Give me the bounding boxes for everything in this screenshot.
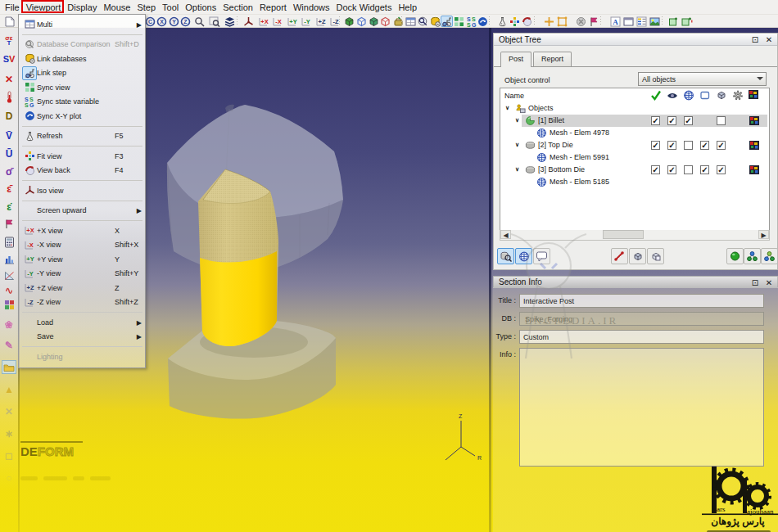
flower-tool-icon[interactable]: ❀ [2,318,16,331]
tab-post[interactable]: Post [500,52,531,67]
section-info-titlebar[interactable]: Section Info ⊡ ✕ [493,276,778,288]
zoom-icon[interactable] [193,16,206,27]
menubar-item-help[interactable]: Help [395,1,420,14]
close-tool-icon[interactable]: ✕ [2,404,16,418]
cube-b-button[interactable] [647,248,664,264]
sync-view-icon[interactable] [453,16,465,27]
strain-icon[interactable]: ε̄ [2,182,16,196]
mesh-view-button[interactable] [515,248,532,264]
calculator-icon[interactable] [2,235,16,249]
meshglobe-column-icon[interactable] [683,90,694,101]
wireframe-object-icon[interactable] [355,16,368,27]
eye-column-icon[interactable] [667,90,678,101]
close-panel-button[interactable]: ✕ [764,34,774,45]
database-comparison-icon[interactable] [417,16,429,27]
menu-item-+z-view[interactable]: +Z +Z view Z [20,281,144,295]
dot-tool-icon[interactable]: ○ [2,471,16,485]
menu-item--x-view[interactable]: -X -X view Shift+X [20,238,144,253]
triangle-graph-icon[interactable] [2,268,16,282]
iso-view-icon[interactable] [242,16,255,27]
no-tool-icon[interactable] [575,16,587,27]
folder-tool-icon[interactable] [2,360,16,374]
menu-item-load[interactable]: Load ▶ [20,315,144,330]
shaded-edges-icon[interactable] [368,16,380,27]
object-thumbnail[interactable] [749,116,759,125]
add-objects-icon[interactable] [681,16,693,27]
menubar-item-viewport[interactable]: Viewport [23,1,65,14]
layers-icon[interactable] [224,16,236,27]
menubar-item-windows[interactable]: Windows [290,1,333,14]
tree-row-mesh-elem-4978[interactable]: Mesh - Elem 4978 [500,127,769,139]
rotate-free-icon[interactable]: C [144,16,156,27]
minus-y-view-icon[interactable]: -Y [300,16,312,27]
gear-tool-icon[interactable]: ∗ [2,426,16,440]
zoom-window-icon[interactable] [208,16,220,27]
tree-row-objects[interactable]: ∨Objects [500,102,769,115]
menu-item-sync-x-y-plot[interactable]: Sync X-Y plot [20,109,144,124]
export-object-icon[interactable] [392,16,405,27]
dock-splitter[interactable] [489,27,491,532]
menu-item-iso-view[interactable]: Iso view [20,183,144,198]
scrollbar-thumb[interactable] [603,230,644,239]
boxoutline-column-icon[interactable] [699,90,711,101]
menu-item-+y-view[interactable]: +Y +Y view Y [20,252,144,267]
menu-item-screen-upward[interactable]: Screen upward ▶ [20,204,144,219]
expander-icon[interactable]: ∨ [515,166,522,173]
menubar-item-file[interactable]: File [2,1,23,14]
triangle-tool-icon[interactable]: ▲ [2,382,16,396]
visibility-checkbox-meshglobe[interactable] [684,165,693,174]
visibility-checkbox-check[interactable]: ✓ [651,165,660,174]
menu-item-lighting[interactable]: Lighting [20,349,144,364]
menu-item--z-view[interactable]: -Z -Z view Shift+Z [20,295,144,310]
transparent-object-icon[interactable] [379,16,391,27]
molecule-a-button[interactable] [744,248,761,264]
object-control-combobox[interactable]: All objects [638,72,767,86]
box-tool-icon[interactable]: ◻ [2,449,16,462]
cubes-column-icon[interactable] [716,90,727,101]
molecule-b-button[interactable] [761,248,778,264]
displacement-icon[interactable]: Ū [2,147,16,160]
float-panel-button[interactable]: ⊡ [750,277,760,288]
cube-a-button[interactable] [629,248,646,264]
damage-icon[interactable]: D [2,109,16,123]
tree-horizontal-scrollbar[interactable]: ◀ ▶ [500,230,770,241]
menubar-item-report[interactable]: Report [256,1,290,14]
velocity-icon[interactable]: V̄ [2,128,16,142]
menu-item-multi[interactable]: Multi ▶ [20,17,144,32]
visibility-checkbox-eye[interactable]: ✓ [667,141,676,150]
object-thumbnail[interactable] [749,141,759,150]
window-tool-icon[interactable] [622,16,635,27]
menubar-item-section[interactable]: Section [219,1,256,14]
visibility-checkbox-meshglobe[interactable]: ✓ [684,116,693,125]
thermometer-icon[interactable] [2,90,16,104]
visibility-checkbox-cubes[interactable]: ✓ [717,141,726,150]
pixel-map-icon[interactable] [2,298,16,312]
tab-report[interactable]: Report [533,52,572,66]
menu-item--y-view[interactable]: -Y -Y view Shift+Y [20,267,144,282]
tree-row--3-bottom-die[interactable]: ∨[3] Bottom Die✓✓✓✓ [500,164,769,176]
visibility-checkbox-boxoutline[interactable]: ✓ [700,141,709,150]
check-column-icon[interactable] [650,90,662,101]
menu-item-sync-view[interactable]: Sync view [20,80,144,95]
menu-item-database-comparison[interactable]: Database Comparison Shift+D [20,38,144,52]
flag-tool-icon[interactable] [588,16,600,27]
new-document-icon[interactable] [3,16,16,27]
delete-icon[interactable]: ✕ [2,72,16,86]
measure-button[interactable] [611,248,628,264]
tree-row--1-billet[interactable]: ∨[1] Billet✓✓✓ [500,115,769,127]
plus-y-view-icon[interactable]: +Y [286,16,298,27]
shaded-object-icon[interactable] [343,16,355,27]
plus-x-view-icon[interactable]: +X [257,16,269,27]
fit-all-icon[interactable] [543,16,555,27]
strain-rate-icon[interactable]: ε̇ [2,200,16,214]
visibility-checkbox-eye[interactable]: ✓ [667,165,676,174]
info-field-textarea[interactable] [519,348,764,467]
curve-graph-icon[interactable]: ∿ [2,283,16,297]
link-step-icon[interactable] [441,16,453,27]
stress-icon[interactable]: σ̄ [2,165,16,178]
tree-row-mesh-elem-5991[interactable]: Mesh - Elem 5991 [500,151,769,164]
thumb-column-icon[interactable] [749,90,760,101]
list-tool-icon[interactable] [636,16,648,27]
zoom-object-button[interactable] [497,248,514,264]
gearcube-column-icon[interactable] [732,90,744,101]
